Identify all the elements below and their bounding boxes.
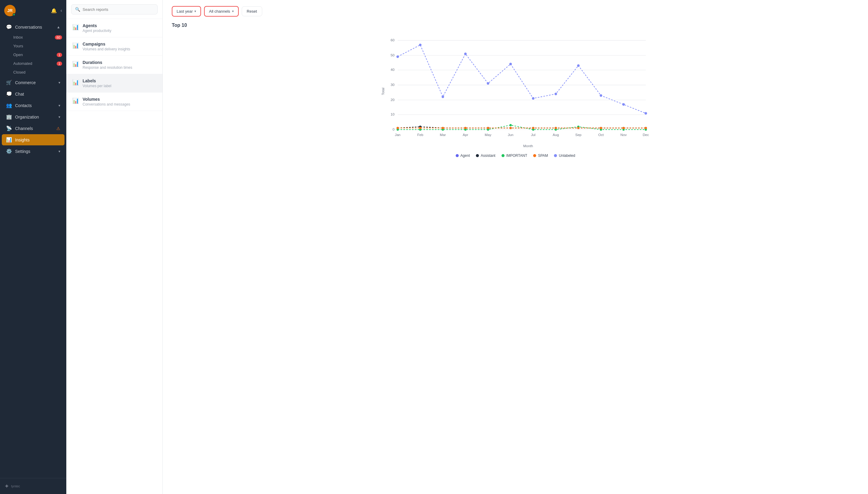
svg-point-69 [509, 127, 511, 129]
sidebar-header: JR 🔔 ‹ [0, 0, 66, 21]
svg-text:Total: Total [381, 88, 385, 95]
tyntec-icon: ✦ [4, 482, 9, 490]
sidebar-item-channels[interactable]: 📡 Channels ⚠ [2, 123, 64, 134]
search-bar: 🔍 [66, 0, 162, 19]
svg-text:10: 10 [391, 112, 395, 116]
svg-point-72 [577, 127, 579, 129]
legend-label-agent: Agent [460, 153, 470, 158]
filter-time-button[interactable]: Last year ▾ [172, 6, 201, 17]
svg-point-34 [532, 97, 534, 99]
legend-item-agent: Agent [456, 153, 470, 158]
svg-text:Sep: Sep [575, 133, 582, 137]
chart-area: Last year ▾ All channels ▾ Reset Top 10 … [163, 0, 868, 494]
organization-icon: 🏢 [6, 114, 12, 120]
report-item-labels[interactable]: 📊 Labels Volumes per label [66, 74, 162, 93]
svg-point-39 [645, 112, 647, 115]
svg-point-29 [419, 44, 421, 46]
sidebar-item-inbox[interactable]: Inbox 60 [0, 33, 66, 42]
sidebar-item-chat[interactable]: 💭 Chat [2, 88, 64, 99]
report-title-durations: Durations [83, 60, 132, 65]
svg-text:Mar: Mar [440, 133, 446, 137]
chevron-down-icon: ▾ [58, 103, 60, 108]
svg-text:Oct: Oct [598, 133, 604, 137]
chevron-down-icon: ▾ [58, 115, 60, 119]
search-input[interactable] [83, 7, 154, 12]
svg-text:Aug: Aug [553, 133, 559, 137]
reset-button[interactable]: Reset [242, 6, 262, 16]
conversations-sub-nav: Inbox 60 Yours Open 1 Automated 1 Closed [0, 33, 66, 77]
sidebar-item-organization[interactable]: 🏢 Organization ▾ [2, 111, 64, 122]
chart-title: Top 10 [172, 23, 859, 28]
legend-label-unlabeled: Unlabeled [559, 153, 575, 158]
contacts-icon: 👥 [6, 102, 12, 108]
chevron-up-icon: ▲ [57, 25, 60, 29]
sidebar-item-settings[interactable]: ⚙️ Settings ▾ [2, 146, 64, 157]
report-item-durations[interactable]: 📊 Durations Response and resolution time… [66, 56, 162, 74]
report-title-campaigns: Campaigns [83, 42, 130, 46]
svg-point-75 [645, 127, 647, 129]
durations-icon: 📊 [72, 61, 79, 67]
sidebar-item-closed[interactable]: Closed [0, 68, 66, 77]
svg-point-64 [397, 127, 399, 129]
svg-point-35 [555, 93, 557, 95]
svg-point-36 [577, 64, 579, 66]
report-items-list: 📊 Agents Agent productivity 📊 Campaigns … [66, 19, 162, 111]
legend-dot-assistant [476, 154, 479, 157]
report-item-agents[interactable]: 📊 Agents Agent productivity [66, 19, 162, 37]
collapse-sidebar-icon[interactable]: ‹ [61, 8, 62, 13]
svg-point-30 [441, 96, 444, 98]
volumes-icon: 📊 [72, 97, 79, 104]
report-subtitle-labels: Volumes per label [83, 84, 111, 88]
report-subtitle-agents: Agent productivity [83, 28, 111, 33]
svg-text:20: 20 [391, 98, 395, 102]
search-input-wrap[interactable]: 🔍 [71, 4, 158, 15]
notification-bell-icon[interactable]: 🔔 [51, 8, 57, 14]
sidebar-item-yours[interactable]: Yours [0, 42, 66, 50]
report-title-labels: Labels [83, 78, 111, 83]
svg-point-32 [487, 82, 489, 84]
svg-text:0: 0 [392, 127, 394, 131]
sidebar-header-icons: 🔔 ‹ [51, 8, 62, 14]
sidebar-item-contacts[interactable]: 👥 Contacts ▾ [2, 100, 64, 111]
avatar[interactable]: JR [4, 5, 16, 16]
chevron-down-icon: ▾ [232, 10, 234, 13]
legend-dot-important [501, 154, 505, 157]
chart-svg: .axis-label { font-size: 11px; fill: #6b… [172, 34, 859, 149]
report-subtitle-durations: Response and resolution times [83, 65, 132, 70]
report-item-campaigns[interactable]: 📊 Campaigns Volumes and delivery insight… [66, 37, 162, 56]
svg-point-68 [487, 127, 489, 129]
svg-text:Jan: Jan [395, 133, 400, 137]
inbox-badge: 60 [55, 35, 62, 39]
sidebar-item-automated[interactable]: Automated 1 [0, 59, 66, 68]
svg-text:Feb: Feb [417, 133, 423, 137]
svg-text:Month: Month [523, 144, 533, 148]
legend-item-important: IMPORTANT [501, 153, 528, 158]
svg-text:May: May [485, 133, 491, 137]
sidebar-item-commerce[interactable]: 🛒 Commerce ▾ [2, 77, 64, 88]
report-item-volumes[interactable]: 📊 Volumes Conversations and messages [66, 93, 162, 111]
agents-icon: 📊 [72, 24, 79, 31]
chart-toolbar: Last year ▾ All channels ▾ Reset [172, 6, 859, 17]
svg-text:Nov: Nov [620, 133, 627, 137]
chart-legend: Agent Assistant IMPORTANT SPAM Unlabeled [172, 153, 859, 158]
labels-icon: 📊 [72, 79, 79, 86]
sidebar-item-conversations[interactable]: 💬 Conversations ▲ [2, 21, 64, 33]
chart-container: .axis-label { font-size: 11px; fill: #6b… [172, 34, 859, 149]
legend-label-spam: SPAM [538, 153, 548, 158]
svg-point-33 [509, 63, 512, 65]
svg-text:Dec: Dec [643, 133, 649, 137]
svg-point-71 [555, 127, 557, 129]
svg-text:Jun: Jun [508, 133, 514, 137]
filter-channel-button[interactable]: All channels ▾ [204, 6, 238, 17]
commerce-icon: 🛒 [6, 80, 12, 86]
sidebar-item-insights[interactable]: 📊 Insights [2, 134, 64, 145]
unlabeled-series-line [397, 45, 646, 113]
sidebar-item-open[interactable]: Open 1 [0, 50, 66, 59]
reports-panel: 🔍 📊 Agents Agent productivity 📊 Campaign… [66, 0, 163, 494]
svg-text:60: 60 [391, 38, 395, 42]
sidebar: JR 🔔 ‹ 💬 Conversations ▲ Inbox 60 Yours … [0, 0, 66, 494]
open-badge: 1 [57, 53, 62, 57]
svg-point-31 [464, 53, 467, 55]
chevron-down-icon: ▾ [194, 10, 196, 13]
legend-dot-agent [456, 154, 459, 157]
